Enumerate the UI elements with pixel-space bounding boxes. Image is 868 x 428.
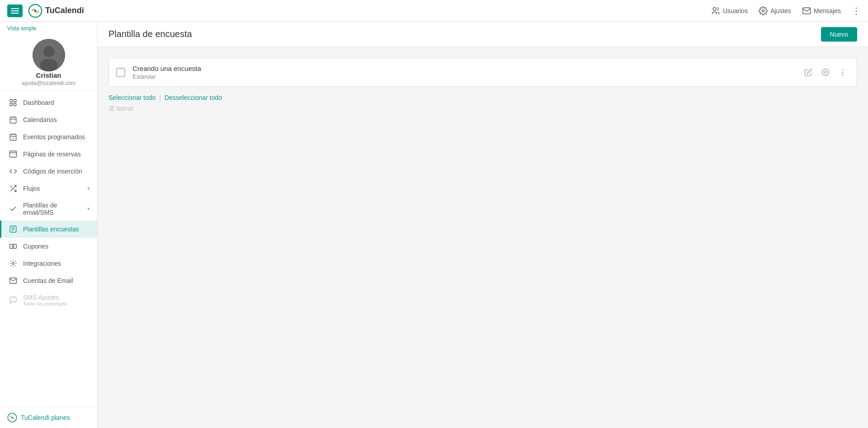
sidebar-item-label: Cupones: [23, 243, 90, 250]
svg-point-2: [713, 7, 716, 10]
ajustes-label: Ajustes: [770, 7, 791, 14]
sidebar-item-integraciones[interactable]: Integraciones: [0, 255, 97, 272]
nuevo-button[interactable]: Nuevo: [821, 27, 857, 42]
users-icon: [711, 6, 720, 15]
svg-rect-20: [10, 151, 17, 157]
sidebar-item-label: Flujos: [23, 185, 82, 192]
mail-icon: [802, 6, 811, 15]
deselect-all-button[interactable]: Desseleccionar todo: [165, 94, 222, 101]
survey-icon: [9, 225, 18, 233]
topnav-right: Usuarios Ajustes Mensajes ⋮: [711, 5, 861, 16]
sidebar-item-cupones[interactable]: Cupones: [0, 238, 97, 255]
browser-icon: [9, 150, 18, 158]
mensajes-label: Mensajes: [814, 7, 841, 14]
svg-point-34: [11, 417, 13, 419]
sms-subtitle: Twilio no conectado: [23, 301, 67, 306]
sidebar-item-plantillas-encuestas[interactable]: Plantillas encuestas: [0, 221, 97, 238]
sidebar-item-label: Códigos de inserción: [23, 168, 90, 175]
svg-rect-12: [10, 117, 16, 123]
bulk-actions: Seleccionar todo | Desseleccionar todo: [108, 94, 857, 101]
svg-point-36: [842, 70, 843, 71]
svg-point-7: [40, 59, 58, 71]
separator: |: [159, 94, 161, 101]
topnav-left: TuCalendi: [7, 4, 84, 18]
delete-label: borrar: [117, 105, 133, 112]
sidebar: Vista simple Cristian ayuda@tucalendi.co…: [0, 22, 98, 428]
svg-point-3: [762, 9, 764, 12]
tucalendi-planes-label: TuCalendi planes: [21, 414, 70, 421]
sidebar-bottom: TuCalendi planes: [0, 407, 97, 428]
survey-info: Creando una encuesta Estándar: [132, 65, 802, 80]
avatar: [33, 39, 65, 71]
sidebar-profile: Cristian ayuda@tucalendi.com: [0, 32, 97, 90]
edit-survey-button[interactable]: [802, 66, 815, 79]
tucalendi-planes-button[interactable]: TuCalendi planes: [7, 413, 90, 423]
chevron-down-icon: ▾: [87, 185, 90, 192]
check-icon: [9, 205, 18, 213]
trash-icon: [108, 105, 115, 112]
shuffle-icon: [9, 184, 18, 193]
settings-survey-button[interactable]: [819, 66, 832, 79]
email-icon: [9, 277, 18, 285]
logo-small-icon: [7, 413, 17, 423]
svg-point-35: [825, 71, 827, 74]
logo-icon: [28, 4, 42, 18]
ajustes-button[interactable]: Ajustes: [759, 6, 791, 15]
sidebar-item-codigos-insercion[interactable]: Códigos de inserción: [0, 163, 97, 180]
more-options-button[interactable]: ⋮: [852, 5, 861, 16]
menu-toggle-button[interactable]: [7, 5, 23, 17]
code-icon: [9, 167, 18, 175]
select-all-button[interactable]: Seleccionar todo: [108, 94, 156, 101]
profile-email: ayuda@tucalendi.com: [22, 80, 75, 86]
sidebar-item-label: Calendarios: [23, 116, 90, 123]
grid-icon: [9, 99, 18, 107]
gear-icon: [821, 68, 830, 76]
logo: TuCalendi: [28, 4, 84, 18]
svg-point-6: [43, 46, 54, 57]
calendar-icon: [9, 116, 18, 124]
pencil-icon: [804, 68, 812, 76]
svg-rect-8: [10, 99, 12, 102]
more-survey-button[interactable]: [836, 66, 849, 79]
svg-point-30: [12, 245, 14, 248]
usuarios-button[interactable]: Usuarios: [711, 6, 748, 15]
survey-actions: [802, 66, 849, 79]
content-area: Creando una encuesta Estándar: [98, 47, 868, 123]
svg-point-31: [12, 263, 14, 265]
sidebar-item-eventos-programados[interactable]: Eventos programados: [0, 128, 97, 146]
main-content: Plantilla de encuesta Nuevo Creando una …: [98, 22, 868, 428]
mensajes-button[interactable]: Mensajes: [802, 6, 841, 15]
survey-card: Creando una encuesta Estándar: [108, 58, 857, 87]
delete-section: borrar: [108, 105, 857, 112]
gear-icon: [759, 6, 768, 15]
svg-rect-11: [14, 103, 16, 106]
sidebar-item-dashboard[interactable]: Dashboard: [0, 94, 97, 111]
sidebar-item-plantillas-email-sms[interactable]: Plantillas de email/SMS ▾: [0, 197, 97, 221]
dots-vertical-icon: [839, 68, 847, 76]
vista-simple-link[interactable]: Vista simple: [0, 22, 97, 32]
sidebar-item-cuentas-email[interactable]: Cuentas de Email: [0, 272, 97, 289]
sidebar-item-label: Plantillas encuestas: [23, 226, 90, 233]
sidebar-item-label: Integraciones: [23, 260, 90, 267]
sidebar-item-label: Cuentas de Email: [23, 277, 90, 284]
logo-text: TuCalendi: [45, 6, 84, 15]
delete-button: borrar: [108, 105, 133, 112]
coupon-icon: [9, 242, 18, 250]
survey-type: Estándar: [132, 73, 802, 80]
survey-name: Creando una encuesta: [132, 65, 802, 72]
sidebar-item-calendarios[interactable]: Calendarios: [0, 111, 97, 128]
survey-checkbox[interactable]: [116, 68, 125, 77]
svg-line-24: [10, 186, 12, 188]
svg-rect-10: [10, 103, 12, 106]
sidebar-item-paginas-reservas[interactable]: Páginas de reservas: [0, 146, 97, 163]
avatar-image: [33, 39, 65, 71]
nav-section: Dashboard Calendarios: [0, 90, 97, 407]
sidebar-item-flujos[interactable]: Flujos ▾: [0, 180, 97, 197]
sidebar-item-label: SMS Ajustes: [23, 294, 67, 301]
sidebar-item-label: Eventos programados: [23, 133, 90, 141]
integration-icon: [9, 259, 18, 268]
sidebar-item-label: Dashboard: [23, 99, 90, 106]
clock-icon: [9, 133, 18, 141]
chevron-down-icon: ▾: [87, 206, 90, 212]
top-nav: TuCalendi Usuarios Ajustes Mensajes ⋮: [0, 0, 868, 22]
